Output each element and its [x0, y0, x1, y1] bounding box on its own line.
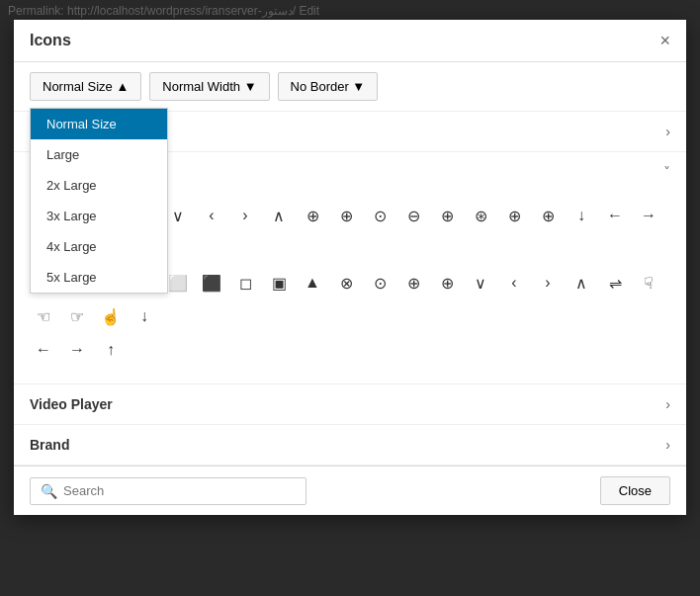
- icon-angle-up[interactable]: ∧: [265, 202, 293, 229]
- icon-hand-o-left[interactable]: ☜: [30, 302, 57, 330]
- icon-angle-left[interactable]: ‹: [198, 202, 225, 229]
- icon-arrow-left[interactable]: ←: [601, 202, 629, 229]
- modal-overlay: Icons × Normal Size ▲ Normal Width ▼ No …: [0, 0, 700, 596]
- size-option-5xlarge[interactable]: 5x Large: [31, 262, 167, 293]
- icon-arrow-circle-o-down[interactable]: ⊙: [366, 202, 394, 229]
- video-player-section-header[interactable]: Video Player ›: [14, 384, 686, 424]
- icon-arrow-circle-left[interactable]: ⊕: [332, 202, 360, 229]
- icon-chevron-down[interactable]: ∨: [467, 269, 494, 297]
- brand-label: Brand: [30, 437, 69, 453]
- size-option-3xlarge[interactable]: 3x Large: [31, 201, 167, 231]
- video-player-label: Video Player: [30, 396, 113, 412]
- modal: Icons × Normal Size ▲ Normal Width ▼ No …: [14, 20, 686, 515]
- video-player-section: Video Player ›: [14, 384, 686, 425]
- border-dropdown-label: No Border ▼: [291, 79, 366, 94]
- width-dropdown-label: Normal Width ▼: [162, 79, 256, 94]
- icon-hand-o-down[interactable]: ☟: [635, 269, 662, 297]
- icon-arrow-down[interactable]: ↓: [568, 202, 595, 229]
- directional-chevron: ˅: [663, 164, 670, 180]
- modal-title: Icons: [30, 32, 71, 49]
- toolbar: Normal Size ▲ Normal Width ▼ No Border ▼…: [14, 62, 686, 112]
- video-player-chevron: ›: [665, 396, 670, 412]
- icon-chevron-circle-down[interactable]: ⊗: [332, 269, 360, 297]
- close-button[interactable]: Close: [600, 476, 670, 505]
- size-option-4xlarge[interactable]: 4x Large: [31, 231, 167, 262]
- icon-angle-down[interactable]: ∨: [164, 202, 192, 229]
- icon-caret-square-o-left[interactable]: ⬛: [198, 269, 225, 297]
- modal-close-button[interactable]: ×: [659, 32, 670, 49]
- text-editor-chevron: ›: [665, 124, 670, 139]
- size-option-normal[interactable]: Normal Size: [31, 109, 167, 139]
- icon-long-arrow-up[interactable]: ↑: [97, 336, 125, 364]
- brand-section: Brand ›: [14, 425, 686, 466]
- size-option-large[interactable]: Large: [31, 139, 167, 170]
- width-dropdown-button[interactable]: Normal Width ▼: [149, 72, 269, 101]
- icon-long-arrow-left[interactable]: ←: [30, 336, 57, 364]
- size-option-2xlarge[interactable]: 2x Large: [31, 170, 167, 201]
- icon-long-arrow-down[interactable]: ↓: [131, 302, 158, 330]
- icon-caret-square-o-right[interactable]: ◻: [231, 269, 259, 297]
- size-dropdown-menu: Normal Size Large 2x Large 3x Large 4x L…: [30, 108, 168, 294]
- icon-chevron-up[interactable]: ∧: [568, 269, 595, 297]
- modal-footer: 🔍 Close: [14, 466, 686, 515]
- directional-icon-row-3: ← → ↑: [30, 336, 670, 364]
- icon-arrow-circle-o-left[interactable]: ⊖: [399, 202, 427, 229]
- modal-header: Icons ×: [14, 20, 686, 62]
- size-dropdown-label: Normal Size ▲: [43, 79, 129, 94]
- icon-caret-up[interactable]: ▲: [299, 269, 326, 297]
- icon-arrow-right[interactable]: →: [635, 202, 662, 229]
- icon-arrow-circle-o-up[interactable]: ⊛: [467, 202, 494, 229]
- icon-long-arrow-right[interactable]: →: [63, 336, 91, 364]
- size-dropdown-button[interactable]: Normal Size ▲: [30, 72, 141, 101]
- icon-caret-square-o-down[interactable]: ⬜: [164, 269, 192, 297]
- border-dropdown-button[interactable]: No Border ▼: [278, 72, 379, 101]
- icon-exchange[interactable]: ⇌: [601, 269, 629, 297]
- search-container: 🔍: [30, 477, 306, 505]
- search-icon: 🔍: [41, 483, 57, 499]
- icon-arrow-circle-up[interactable]: ⊕: [534, 202, 562, 229]
- brand-section-header[interactable]: Brand ›: [14, 425, 686, 465]
- icon-caret-square-o-up[interactable]: ▣: [265, 269, 293, 297]
- icon-chevron-circle-up[interactable]: ⊕: [433, 269, 461, 297]
- icon-chevron-right[interactable]: ›: [534, 269, 562, 297]
- icon-angle-right[interactable]: ›: [231, 202, 259, 229]
- icon-chevron-left[interactable]: ‹: [500, 269, 528, 297]
- icon-arrow-circle-o-right[interactable]: ⊕: [433, 202, 461, 229]
- icon-hand-o-right[interactable]: ☞: [63, 302, 91, 330]
- icon-arrow-circle-down[interactable]: ⊕: [299, 202, 326, 229]
- brand-chevron: ›: [665, 437, 670, 453]
- icon-chevron-circle-left[interactable]: ⊙: [366, 269, 394, 297]
- icon-arrow-circle-right[interactable]: ⊕: [500, 202, 528, 229]
- icon-chevron-circle-right[interactable]: ⊕: [399, 269, 427, 297]
- search-input[interactable]: [63, 483, 296, 498]
- icon-hand-o-up[interactable]: ☝: [97, 302, 125, 330]
